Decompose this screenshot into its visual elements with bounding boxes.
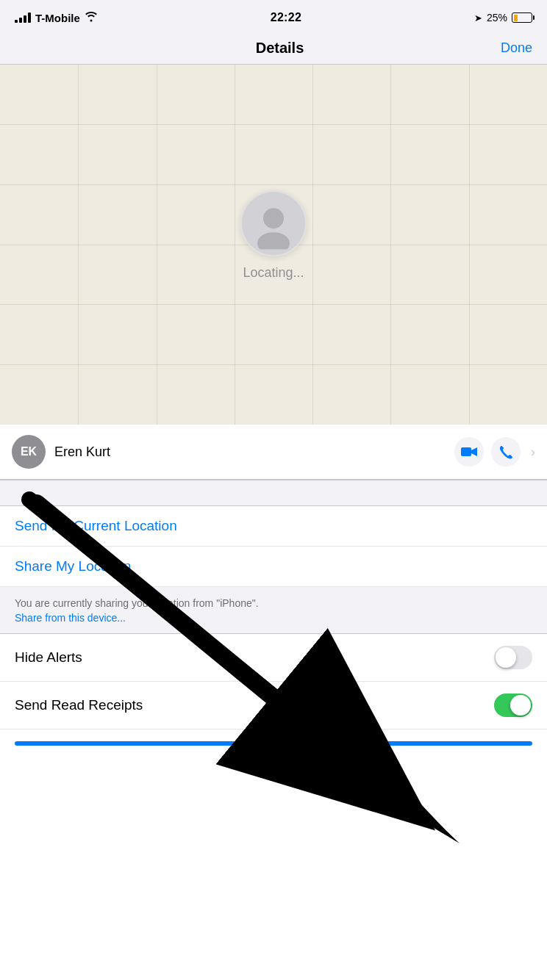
video-call-button[interactable] xyxy=(454,437,484,466)
svg-point-0 xyxy=(263,208,284,228)
done-button[interactable]: Done xyxy=(501,40,532,56)
send-read-receipts-toggle[interactable] xyxy=(494,693,532,717)
battery-icon xyxy=(512,12,532,23)
locating-label: Locating... xyxy=(243,265,304,281)
hide-alerts-label: Hide Alerts xyxy=(15,649,82,666)
wifi-icon xyxy=(85,12,98,24)
battery-pct-label: 25% xyxy=(487,12,507,24)
status-left: T-Mobile xyxy=(15,12,98,24)
nav-bar: Details Done xyxy=(0,32,547,65)
share-my-location-label: Share My Location xyxy=(15,558,131,574)
send-current-location-item[interactable]: Send My Current Location xyxy=(0,506,547,547)
send-read-receipts-row: Send Read Receipts xyxy=(0,682,547,729)
contact-detail-chevron-icon[interactable]: › xyxy=(531,444,535,460)
section-separator xyxy=(0,480,547,506)
svg-marker-4 xyxy=(360,771,456,841)
share-from-device-link[interactable]: Share from this device... xyxy=(15,612,126,624)
svg-marker-5 xyxy=(364,782,460,843)
svg-point-1 xyxy=(257,232,290,249)
carrier-label: T-Mobile xyxy=(35,12,80,24)
signal-bars-icon xyxy=(15,12,31,23)
bottom-section xyxy=(0,729,547,757)
location-info-block: You are currently sharing your location … xyxy=(0,587,547,634)
hide-alerts-toggle[interactable] xyxy=(494,646,532,669)
page-title: Details xyxy=(256,40,304,57)
svg-rect-2 xyxy=(461,447,471,456)
contact-avatar: EK xyxy=(12,435,46,469)
send-current-location-label: Send My Current Location xyxy=(15,518,177,534)
avatar xyxy=(240,190,307,256)
contact-name: Eren Kurt xyxy=(54,444,446,460)
map-area: Locating... xyxy=(0,65,547,425)
status-right: ➤ 25% xyxy=(474,12,532,24)
hide-alerts-row: Hide Alerts xyxy=(0,634,547,682)
location-info-text: You are currently sharing your location … xyxy=(15,596,532,611)
send-read-receipts-label: Send Read Receipts xyxy=(15,697,143,713)
share-my-location-item[interactable]: Share My Location xyxy=(0,547,547,587)
map-center: Locating... xyxy=(240,190,307,281)
contact-row: EK Eren Kurt › xyxy=(0,425,547,480)
bottom-bar xyxy=(15,741,532,746)
status-bar: T-Mobile 22:22 ➤ 25% xyxy=(0,0,547,32)
phone-call-button[interactable] xyxy=(491,437,521,466)
time-display: 22:22 xyxy=(271,11,301,24)
contact-actions: › xyxy=(454,437,535,466)
location-arrow-icon: ➤ xyxy=(474,12,482,24)
